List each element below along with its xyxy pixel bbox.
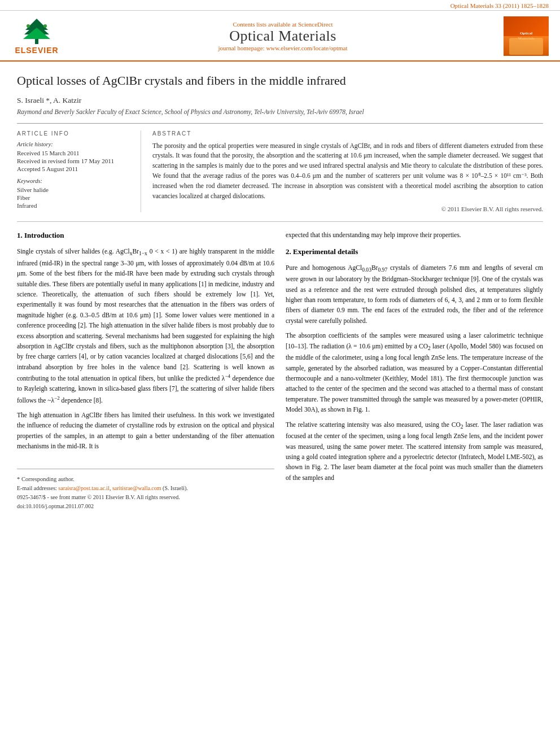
article-title: Optical losses of AgClBr crystals and fi… <box>17 73 543 89</box>
issn-line: 0925-3467/$ - see front matter © 2011 El… <box>17 493 274 502</box>
journal-header: ELSEVIER Contents lists available at Sci… <box>0 11 560 62</box>
copyright-notice: © 2011 Elsevier B.V. All rights reserved… <box>152 206 543 212</box>
body-columns: 1. Introduction Single crystals of silve… <box>17 221 543 511</box>
abstract-column: ABSTRACT The porosity and the optical pr… <box>152 130 543 213</box>
keywords-label: Keywords: <box>17 178 132 184</box>
abstract-text: The porosity and the optical properties … <box>152 141 543 202</box>
doi-line: doi:10.1016/j.optmat.2011.07.002 <box>17 502 274 511</box>
contents-available-text: Contents lists available at <box>233 21 298 28</box>
section1-continued: expected that this understanding may hel… <box>286 230 543 240</box>
sciencedirect-link-text[interactable]: ScienceDirect <box>298 21 333 28</box>
elsevier-tree-icon <box>20 18 54 46</box>
article-info-heading: ARTICLE INFO <box>17 130 132 137</box>
history-label: Article history: <box>17 141 132 147</box>
keyword-2: Fiber <box>17 194 132 201</box>
email-label: E-mail addresses: <box>17 485 57 491</box>
logo-optical: Optical <box>518 31 535 36</box>
body-left-column: 1. Introduction Single crystals of silve… <box>17 230 274 511</box>
abstract-heading: ABSTRACT <box>152 130 543 137</box>
svg-point-5 <box>43 24 47 28</box>
author-name-note: (S. Israeli). <box>163 485 188 491</box>
accepted-date: Accepted 5 August 2011 <box>17 165 132 172</box>
section2-heading: 2. Experimental details <box>286 246 543 258</box>
revised-date: Received in revised form 17 May 2011 <box>17 158 132 164</box>
article-info-column: ARTICLE INFO Article history: Received 1… <box>17 130 141 213</box>
section1-para1: Single crystals of silver halides (e.g. … <box>17 246 274 405</box>
email-footnote: E-mail addresses: saraisra@post.tau.ac.i… <box>17 484 274 493</box>
journal-name: Optical Materials <box>69 28 497 45</box>
elsevier-wordmark: ELSEVIER <box>15 46 58 55</box>
keyword-1: Silver halide <box>17 186 132 193</box>
main-content: Optical losses of AgClBr crystals and fi… <box>0 62 560 522</box>
email2[interactable]: saritisrae@walla.com <box>112 485 161 491</box>
section1-heading: 1. Introduction <box>17 230 274 242</box>
journal-homepage: journal homepage: www.elsevier.com/locat… <box>69 45 497 51</box>
journal-center-info: Contents lists available at ScienceDirec… <box>69 21 497 51</box>
authors-text: S. Israeli *, A. Katzir <box>17 96 81 104</box>
keywords-section: Keywords: Silver halide Fiber Infrared <box>17 178 132 209</box>
footnote-area: * Corresponding author. E-mail addresses… <box>17 469 274 512</box>
homepage-prefix: journal homepage: <box>218 45 266 51</box>
article-info-abstract: ARTICLE INFO Article history: Received 1… <box>17 123 543 213</box>
affiliation: Raymond and Beverly Sackler Faculty of E… <box>17 108 543 115</box>
elsevier-logo: ELSEVIER <box>11 18 62 55</box>
section2-para1: Pure and homogenous AgCl0.03Br0.97 cryst… <box>286 263 543 326</box>
svg-point-4 <box>27 24 30 28</box>
received-date: Received 15 March 2011 <box>17 150 132 156</box>
optical-materials-logo: Optical Materials <box>504 16 549 56</box>
keyword-3: Infrared <box>17 202 132 209</box>
section2-para2: The absorption coefficients of the sampl… <box>286 330 543 414</box>
email-sep1: , <box>110 485 111 491</box>
email1[interactable]: saraisra@post.tau.ac.il <box>58 485 110 491</box>
body-right-column: expected that this understanding may hel… <box>286 230 543 511</box>
corresponding-author-note: * Corresponding author. <box>17 475 274 484</box>
section1-para2: The high attenuation in AgClBr fibers ha… <box>17 410 274 452</box>
journal-citation-text: Optical Materials 33 (2011) 1825–1828 <box>450 2 549 9</box>
journal-citation-bar: Optical Materials 33 (2011) 1825–1828 <box>0 0 560 11</box>
section2-para3: The relative scattering intensity was al… <box>286 420 543 483</box>
homepage-url[interactable]: www.elsevier.com/locate/optmat <box>266 45 347 51</box>
authors-line: S. Israeli *, A. Katzir <box>17 96 543 105</box>
sciencedirect-info: Contents lists available at ScienceDirec… <box>69 21 497 28</box>
